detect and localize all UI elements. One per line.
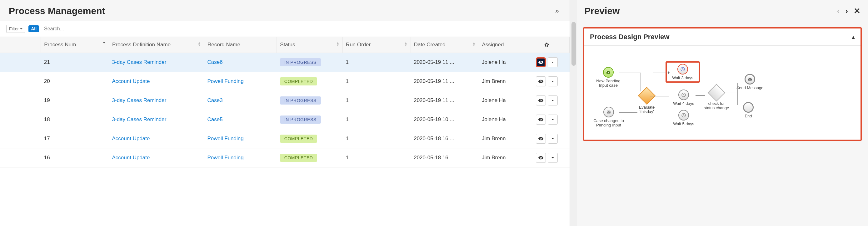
preview-eye-button[interactable] <box>536 57 546 67</box>
vertical-scrollbar[interactable] <box>570 0 577 226</box>
node-start: New Pending Input case <box>594 67 622 88</box>
cell-pdname[interactable]: Account Update <box>109 129 204 148</box>
cell-status: COMPLETED <box>277 148 343 167</box>
connector <box>653 73 669 73</box>
col-record[interactable]: Record Name <box>204 37 277 53</box>
cell-process-num: 21 <box>41 53 109 72</box>
col-runorder[interactable]: Run Order▲▼ <box>342 37 410 53</box>
main-panel: Process Management » Filter All Process … <box>0 0 570 226</box>
node-check: check for status change <box>703 86 731 110</box>
col-process-num[interactable]: Process Num...▼ <box>41 37 109 53</box>
filter-bar: Filter All <box>0 21 569 37</box>
cell-status: COMPLETED <box>277 72 343 91</box>
cell-date: 2020-05-19 11:... <box>410 72 479 91</box>
preview-eye-button[interactable] <box>536 76 546 86</box>
cell-assigned: Jim Brenn <box>479 148 524 167</box>
cell-date: 2020-05-18 16:... <box>410 148 479 167</box>
cell-pdname[interactable]: 3-day Cases Reminder <box>109 91 204 110</box>
gear-icon[interactable]: ✿ <box>527 41 566 48</box>
cell-assigned: Jim Brenn <box>479 72 524 91</box>
preview-eye-button[interactable] <box>536 95 546 106</box>
cell-pdname[interactable]: Account Update <box>109 72 204 91</box>
row-menu-button[interactable] <box>548 134 558 144</box>
filter-label: Filter <box>9 26 19 31</box>
cell-runorder: 1 <box>342 72 410 91</box>
sort-icon: ▲▼ <box>404 41 407 47</box>
cell-pdname[interactable]: 3-day Cases Reminder <box>109 110 204 129</box>
cell-pdname[interactable]: Account Update <box>109 148 204 167</box>
cell-record[interactable]: Case5 <box>204 110 277 129</box>
row-menu-button[interactable] <box>548 57 558 67</box>
sort-icon: ▲▼ <box>472 41 475 47</box>
row-menu-button[interactable] <box>548 95 558 106</box>
filter-button[interactable]: Filter <box>6 25 25 33</box>
next-button[interactable]: › <box>845 6 848 16</box>
cell-assigned: Jim Brenn <box>479 129 524 148</box>
scrollbar-thumb[interactable] <box>571 22 576 66</box>
cell-runorder: 1 <box>342 148 410 167</box>
sort-icon: ▲▼ <box>198 41 201 47</box>
node-wait5: Wait 5 days <box>671 110 696 126</box>
row-menu-button[interactable] <box>548 153 558 163</box>
col-assigned[interactable]: Assigned <box>479 37 524 53</box>
prev-button[interactable]: ‹ <box>837 6 840 16</box>
collapse-panel-icon[interactable]: ▴ <box>852 33 855 41</box>
table-row[interactable]: 16Account UpdatePowell FundingCOMPLETED1… <box>0 148 569 167</box>
timer-icon <box>677 64 688 75</box>
close-button[interactable]: ✕ <box>854 6 861 16</box>
collapse-preview-chevron[interactable]: » <box>553 7 561 15</box>
node-evaluate: Evaluate 'thisday' <box>634 89 659 114</box>
cell-actions <box>524 110 569 129</box>
panel-title: Process Design Preview <box>590 33 669 41</box>
connector <box>619 112 638 113</box>
filter-tag-all[interactable]: All <box>28 25 39 32</box>
preview-eye-button[interactable] <box>536 134 546 144</box>
cell-process-num: 17 <box>41 129 109 148</box>
cell-actions <box>524 72 569 91</box>
cell-pdname[interactable]: 3-day Cases Reminder <box>109 53 204 72</box>
cell-actions <box>524 129 569 148</box>
table-row[interactable]: 213-day Cases ReminderCase6IN PROGRESS12… <box>0 53 569 72</box>
preview-title: Preview <box>584 6 620 16</box>
timer-icon <box>678 110 689 120</box>
col-status[interactable]: Status▲▼ <box>277 37 343 53</box>
col-actions[interactable]: ✿ <box>524 37 569 53</box>
preview-header: Preview ‹ › ✕ <box>577 0 868 21</box>
status-badge: COMPLETED <box>280 135 317 143</box>
table-row[interactable]: 193-day Cases ReminderCase3IN PROGRESS12… <box>0 91 569 110</box>
table-row[interactable]: 183-day Cases ReminderCase5IN PROGRESS12… <box>0 110 569 129</box>
connector <box>737 93 738 105</box>
cell-record[interactable]: Case6 <box>204 53 277 72</box>
connector <box>722 93 737 93</box>
end-event-icon <box>743 102 754 113</box>
cell-runorder: 1 <box>342 110 410 129</box>
cell-record[interactable]: Powell Funding <box>204 148 277 167</box>
cell-process-num: 20 <box>41 72 109 91</box>
node-end: End <box>739 102 758 118</box>
preview-eye-button[interactable] <box>536 115 546 124</box>
cell-assigned: Jolene Ha <box>479 91 524 110</box>
preview-eye-button[interactable] <box>536 153 546 163</box>
row-menu-button[interactable] <box>548 115 558 124</box>
connector <box>641 73 641 91</box>
svg-rect-0 <box>607 71 610 74</box>
status-badge: COMPLETED <box>280 154 317 162</box>
cell-record[interactable]: Case3 <box>204 91 277 110</box>
svg-rect-1 <box>607 111 611 114</box>
status-badge: IN PROGRESS <box>280 115 321 124</box>
cell-record[interactable]: Powell Funding <box>204 72 277 91</box>
cell-runorder: 1 <box>342 91 410 110</box>
cell-process-num: 19 <box>41 91 109 110</box>
table-header-row: Process Num...▼ Process Definition Name▲… <box>0 37 569 53</box>
col-date[interactable]: Date Created▲▼ <box>410 37 479 53</box>
cell-process-num: 18 <box>41 110 109 129</box>
table-row[interactable]: 17Account UpdatePowell FundingCOMPLETED1… <box>0 129 569 148</box>
cell-runorder: 1 <box>342 53 410 72</box>
process-design-preview-panel: Process Design Preview ▴ New Pending Inp… <box>583 27 862 141</box>
status-badge: IN PROGRESS <box>280 58 321 66</box>
row-menu-button[interactable] <box>548 76 558 86</box>
search-input[interactable] <box>42 24 563 33</box>
col-pdname[interactable]: Process Definition Name▲▼ <box>109 37 204 53</box>
table-row[interactable]: 20Account UpdatePowell FundingCOMPLETED1… <box>0 72 569 91</box>
cell-record[interactable]: Powell Funding <box>204 129 277 148</box>
